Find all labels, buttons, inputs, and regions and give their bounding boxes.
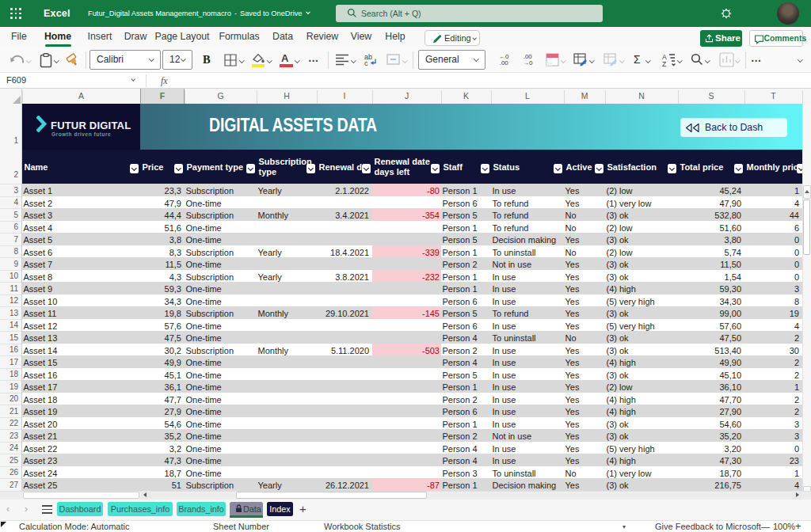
svg-text:c: c [364,59,368,66]
svg-text:Z: Z [662,60,666,67]
